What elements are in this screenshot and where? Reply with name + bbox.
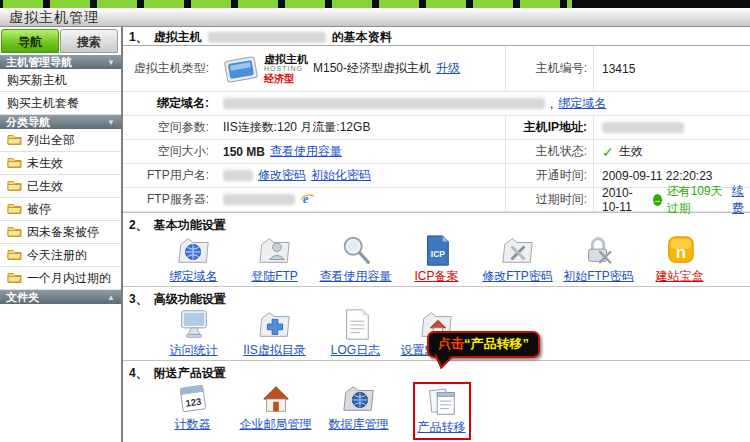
folder-globe-icon[interactable] <box>153 234 234 268</box>
bind-domain-value: , 绑定域名 <box>215 92 750 116</box>
svg-text:n: n <box>675 243 685 262</box>
function-item-label[interactable]: 数据库管理 <box>329 417 389 431</box>
folder-plus-icon[interactable] <box>234 308 315 342</box>
domain-separator: , <box>550 97 553 111</box>
host-status-text: 生效 <box>619 143 643 160</box>
function-item-label[interactable]: 登陆FTP <box>251 269 298 283</box>
folder-icon <box>7 225 22 240</box>
redacted-ip-value <box>602 122 684 133</box>
space-size-value: 150 MB 查看使用容量 <box>215 140 505 164</box>
lock-tools-icon[interactable] <box>558 234 639 268</box>
logo-line1: 虚拟主机 <box>264 54 308 64</box>
monitor-icon[interactable] <box>153 308 234 342</box>
function-item-label[interactable]: 查看使用容量 <box>320 269 392 283</box>
function-item-label[interactable]: 初始FTP密码 <box>563 269 634 283</box>
folder-user-icon[interactable] <box>234 234 315 268</box>
function-item[interactable]: 123计数器 <box>151 382 234 433</box>
sidebar-item[interactable]: 被停 <box>0 198 121 221</box>
folder-icon <box>7 179 22 194</box>
host-type-value: 虚拟主机 HOSTING 经济型 M150-经济型虚拟主机 升级 <box>215 46 505 92</box>
section-number: 3、 <box>129 291 148 308</box>
sidebar: 导航 搜索 主机管理导航▼购买新主机购买主机套餐分类导航▼列出全部未生效已生效被… <box>0 27 123 442</box>
svg-text:ICP: ICP <box>430 249 445 259</box>
host-ip-value <box>593 116 750 140</box>
document-lines-icon[interactable] <box>315 308 396 342</box>
function-item[interactable]: 登陆FTP <box>234 234 315 285</box>
view-usage-link[interactable]: 查看使用容量 <box>270 143 342 160</box>
bind-domain-link[interactable]: 绑定域名 <box>558 95 606 112</box>
chevron-down-icon: ▼ <box>107 118 115 127</box>
counter-123-icon[interactable]: 123 <box>151 382 234 416</box>
section-number: 1、 <box>129 29 148 46</box>
function-item[interactable]: n建站宝盒 <box>639 234 720 285</box>
chevron-down-icon: ▼ <box>107 58 115 67</box>
function-item[interactable]: 企业邮局管理 <box>234 382 317 433</box>
host-info-table: 虚拟主机类型: 虚拟主机 HOSTING 经济型 M150-经济型虚拟主机 升级… <box>123 46 750 212</box>
tab-navigation[interactable]: 导航 <box>1 29 59 53</box>
green-arrow-icon: → <box>653 194 662 206</box>
function-item-label[interactable]: 访问统计 <box>170 343 218 357</box>
highlight-box: 产品转移 <box>413 382 471 440</box>
sidebar-item-label: 已生效 <box>27 178 63 195</box>
function-item-label[interactable]: 产品转移 <box>418 420 466 434</box>
redacted-domain-value <box>223 98 545 109</box>
house-icon[interactable] <box>234 382 317 416</box>
function-item-label[interactable]: 企业邮局管理 <box>240 417 312 431</box>
sidebar-item[interactable]: 一个月内过期的 <box>0 267 121 290</box>
sidebar-item[interactable]: 购买主机套餐 <box>0 92 121 115</box>
function-item[interactable]: 访问统计 <box>153 308 234 359</box>
function-item[interactable]: IIS虚拟目录 <box>234 308 315 359</box>
section-title: 附送产品设置 <box>154 365 226 382</box>
check-icon: ✓ <box>602 144 614 160</box>
n-box-icon[interactable]: n <box>639 234 720 268</box>
function-item[interactable]: 绑定域名 <box>153 234 234 285</box>
sidebar-item-label: 购买新主机 <box>7 72 67 89</box>
function-item-label[interactable]: LOG日志 <box>331 343 380 357</box>
function-item[interactable]: ICPICP备案 <box>396 234 477 285</box>
host-type-label: 虚拟主机类型: <box>123 46 215 92</box>
sidebar-group-header[interactable]: 分类导航▼ <box>0 115 121 129</box>
function-item[interactable]: 产品转移 <box>400 382 483 440</box>
function-item-label[interactable]: 计数器 <box>175 417 211 431</box>
upgrade-link[interactable]: 升级 <box>436 60 460 77</box>
sidebar-group-label: 文件夹 <box>6 290 39 305</box>
icp-document-icon[interactable]: ICP <box>396 234 477 268</box>
expire-time-label: 过期时间: <box>505 188 593 212</box>
section-title: 基本功能设置 <box>154 217 226 234</box>
ie-browser-icon[interactable]: e <box>300 191 315 209</box>
sidebar-group-header[interactable]: 主机管理导航▼ <box>0 55 121 69</box>
sidebar-item[interactable]: 购买新主机 <box>0 69 121 92</box>
magnifier-icon[interactable] <box>315 234 396 268</box>
host-ip-label: 主机IP地址: <box>505 116 593 140</box>
function-item[interactable]: 初始FTP密码 <box>558 234 639 285</box>
function-item-label[interactable]: 建站宝盒 <box>656 269 704 283</box>
change-password-link[interactable]: 修改密码 <box>258 167 306 184</box>
function-item-label[interactable]: 修改FTP密码 <box>482 269 553 283</box>
function-item-label[interactable]: 绑定域名 <box>170 269 218 283</box>
sidebar-item[interactable]: 列出全部 <box>0 129 121 152</box>
hosting-logo-icon: 虚拟主机 HOSTING 经济型 <box>223 52 308 86</box>
reset-password-link[interactable]: 初始化密码 <box>311 167 371 184</box>
folder-tools-icon[interactable] <box>477 234 558 268</box>
sidebar-item[interactable]: 今天注册的 <box>0 244 121 267</box>
function-item[interactable]: LOG日志 <box>315 308 396 359</box>
folder-db-icon[interactable] <box>317 382 400 416</box>
function-item[interactable]: 数据库管理 <box>317 382 400 433</box>
renew-link[interactable]: 续费 <box>732 183 750 217</box>
function-item-label[interactable]: IIS虚拟目录 <box>243 343 306 357</box>
top-menu-strip-tabs <box>0 0 572 8</box>
function-item[interactable]: 查看使用容量 <box>315 234 396 285</box>
callout-tooltip: 点击“产品转移” <box>427 331 540 358</box>
bundled-products-header: 4、 附送产品设置 <box>123 360 750 382</box>
sidebar-item[interactable]: 因未备案被停 <box>0 221 121 244</box>
sidebar-group-header[interactable]: 文件夹▲ <box>0 290 121 304</box>
function-item-label[interactable]: ICP备案 <box>414 269 458 283</box>
tab-search[interactable]: 搜索 <box>60 29 118 53</box>
host-status-label: 主机状态: <box>505 140 593 164</box>
space-params-value: IIS连接数:120 月流量:12GB <box>215 116 505 140</box>
sidebar-item[interactable]: 已生效 <box>0 175 121 198</box>
sidebar-item[interactable]: 未生效 <box>0 152 121 175</box>
logo-line3: 经济型 <box>264 74 308 84</box>
documents-copy-icon[interactable] <box>418 385 466 419</box>
function-item[interactable]: 修改FTP密码 <box>477 234 558 285</box>
